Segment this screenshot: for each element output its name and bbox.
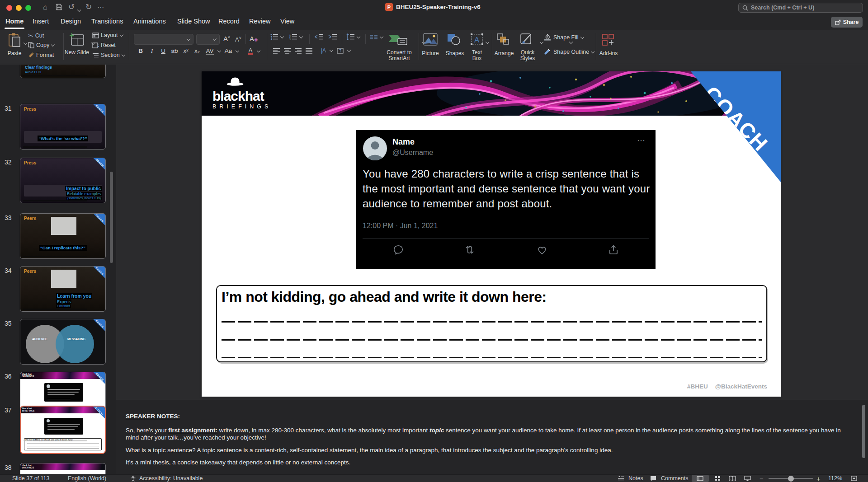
strikethrough-button[interactable]: ab [170,47,179,54]
new-slide-button[interactable] [69,33,85,47]
underline-button[interactable]: U [158,47,168,54]
align-right-icon[interactable] [295,48,302,54]
slide-indicator[interactable]: Slide 37 of 113 [12,475,49,482]
paste-chevron-icon[interactable] [24,42,27,45]
shape-fill-button[interactable]: Shape Fill [543,34,584,41]
slideshow-view-icon[interactable] [744,476,751,481]
thumbnail-slide-31[interactable]: Press “What’s the ‘so-what’?” COACH [20,104,106,150]
picture-button[interactable] [423,33,438,46]
font-color-chevron-icon[interactable] [257,49,260,53]
like-icon[interactable] [536,244,548,256]
more-commands-icon[interactable]: ⋯ [97,2,104,12]
language-indicator[interactable]: English (World) [68,475,106,482]
write-it-down-textbox[interactable]: I’m not kidding, go ahead and write it d… [216,285,767,362]
increase-font-size-button[interactable]: A˄ [223,35,230,42]
tweet-more-icon[interactable]: ⋯ [637,136,646,145]
notes-toggle-icon[interactable] [618,476,624,481]
thumbnail-slide-38[interactable]: black hatBRIEFINGS [20,463,106,474]
search-input[interactable]: Search (Cmd + Ctrl + U) [738,3,863,13]
arrange-button[interactable] [496,33,510,46]
reading-view-icon[interactable] [729,476,736,481]
text-direction-chevron-icon[interactable] [330,49,333,52]
layout-button[interactable]: Layout [92,32,123,38]
zoom-window-button[interactable] [25,5,31,11]
text-direction-icon[interactable]: |A [321,47,326,54]
copy-button[interactable]: Copy [28,42,55,48]
superscript-button[interactable]: x² [181,47,191,54]
redo-icon[interactable]: ↻ [85,2,92,12]
tab-review[interactable]: Review [249,18,271,25]
columns-button[interactable] [370,33,383,40]
quick-styles-chevron-icon[interactable] [569,41,573,44]
font-name-dropdown[interactable] [134,34,193,45]
bullets-button[interactable] [270,33,284,40]
tweet-card[interactable]: Name @Username ⋯ You have 280 characters… [356,130,656,269]
font-color-button[interactable]: A [245,47,255,55]
italic-button[interactable]: I [147,47,157,55]
retweet-icon[interactable] [464,244,476,256]
tab-view[interactable]: View [280,18,294,25]
font-size-dropdown[interactable] [196,34,220,45]
thumbnail-slide-35[interactable]: AUDIENCE MESSAGING COACH [20,319,106,365]
tab-home[interactable]: Home [5,18,24,25]
close-window-button[interactable] [6,5,12,11]
slide-sorter-view-icon[interactable] [714,476,721,481]
align-text-chevron-icon[interactable] [347,49,351,52]
thumbnail-slide-34[interactable]: Peers Learn from you Experts Find flaws … [20,266,106,312]
shapes-chevron-icon[interactable] [486,41,489,44]
convert-smartart-button[interactable] [388,33,409,46]
zoom-out-button[interactable]: − [760,475,764,482]
numbering-button[interactable]: 123 [289,33,303,40]
thumbnail-slide-30[interactable]: Clear findings Avoid FUD [20,65,106,78]
format-painter-button[interactable]: Format [28,52,54,58]
change-case-button[interactable]: Aa [222,47,234,54]
align-justify-icon[interactable] [306,48,313,54]
decrease-indent-button[interactable] [315,33,324,40]
add-ins-button[interactable] [601,33,615,46]
character-spacing-chevron-icon[interactable] [217,49,221,53]
comments-toggle-button[interactable]: Comments [661,475,688,482]
character-spacing-button[interactable]: AV [203,47,216,54]
change-case-chevron-icon[interactable] [236,49,239,53]
tab-transitions[interactable]: Transitions [91,18,123,25]
fit-to-window-icon[interactable] [851,476,857,481]
tab-slide-show[interactable]: Slide Show [177,18,210,25]
zoom-level[interactable]: 112% [828,475,842,482]
arrange-chevron-icon[interactable] [540,41,543,44]
speaker-notes-pane[interactable]: SPEAKER NOTES: So, here’s your first ass… [116,400,868,474]
paste-button[interactable] [7,33,22,48]
tab-insert[interactable]: Insert [33,18,49,25]
shape-outline-button[interactable]: Shape Outline [543,48,594,55]
undo-chevron-icon[interactable] [77,5,81,15]
share-button[interactable]: Share [831,17,863,28]
line-spacing-button[interactable] [346,33,360,40]
home-icon[interactable]: ⌂ [43,2,47,12]
align-left-icon[interactable] [273,48,280,54]
reply-icon[interactable] [392,244,404,256]
minimize-window-button[interactable] [16,5,22,11]
thumbnail-slide-32[interactable]: Press Impact to public Relatable example… [20,158,106,203]
share-tweet-icon[interactable] [608,244,619,256]
sidebar-scrollbar[interactable] [110,172,113,263]
notes-scrollbar[interactable] [862,405,865,458]
bold-button[interactable]: B [136,47,146,54]
section-button[interactable]: Section [92,52,125,58]
thumbnail-slide-37-selected[interactable]: black hatBRIEFINGS I’m not kidding, go a… [20,406,106,454]
increase-indent-button[interactable] [328,33,337,40]
notes-toggle-button[interactable]: Notes [628,475,643,482]
save-icon[interactable] [56,4,62,10]
shapes-button[interactable] [447,33,461,46]
tab-design[interactable]: Design [61,18,81,25]
decrease-font-size-button[interactable]: A˅ [235,36,241,43]
clear-formatting-button[interactable]: A◈ [250,35,258,42]
align-text-icon[interactable] [337,48,344,54]
slide-37-canvas[interactable]: blackhat BRIEFINGS COACH Name @Username … [202,71,781,397]
zoom-slider-knob[interactable] [788,476,794,482]
subscript-button[interactable]: x₂ [192,47,202,54]
text-box-button[interactable]: A [470,33,484,46]
zoom-in-button[interactable]: + [816,475,821,482]
reset-button[interactable]: Reset [92,42,116,48]
tab-record[interactable]: Record [218,18,240,25]
align-center-icon[interactable] [284,48,291,54]
undo-icon[interactable]: ↺ [68,2,75,12]
